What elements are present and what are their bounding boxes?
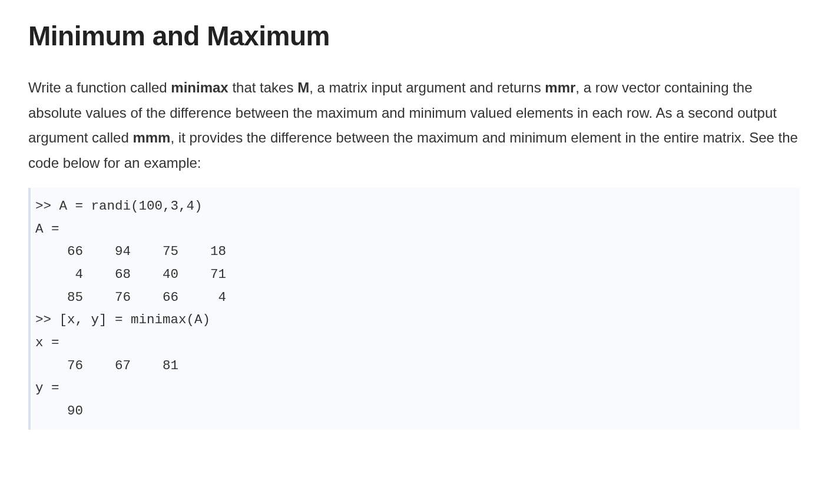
text-fragment: Write a function called <box>28 79 171 95</box>
document-page: Minimum and Maximum Write a function cal… <box>0 0 828 458</box>
bold-mmm: mmm <box>133 130 170 145</box>
text-fragment: , a matrix input argument and returns <box>309 79 545 95</box>
text-fragment: that takes <box>228 79 297 95</box>
problem-description: Write a function called minimax that tak… <box>28 75 800 176</box>
bold-minimax: minimax <box>171 79 228 95</box>
code-example: >> A = randi(100,3,4) A = 66 94 75 18 4 … <box>28 188 800 430</box>
page-title: Minimum and Maximum <box>28 20 800 52</box>
bold-mmr: mmr <box>545 79 575 95</box>
bold-m: M <box>297 79 309 95</box>
